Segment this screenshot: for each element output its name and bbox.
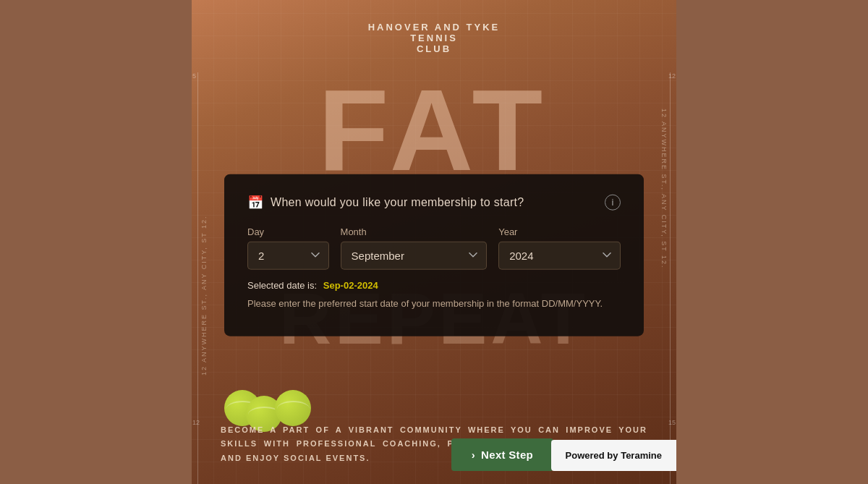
- day-field: Day 1 2 3 4 5 6 7 8 9 10 11 12 13: [247, 226, 329, 269]
- main-image-area: 5 12 12 15 12 ANYWHERE ST., ANY CITY, ST…: [192, 0, 676, 484]
- next-step-label: Next Step: [481, 449, 533, 461]
- date-selectors: Day 1 2 3 4 5 6 7 8 9 10 11 12 13: [247, 226, 621, 269]
- modal-title-row: 📅 When would you like your membership to…: [247, 194, 524, 210]
- background-left: [0, 0, 192, 484]
- selected-date-row: Selected date is: Sep-02-2024: [247, 279, 621, 290]
- corner-number-tr: 12: [668, 72, 676, 80]
- club-name-top: HANOVER AND TYKE: [192, 22, 676, 33]
- selected-label: Selected date is:: [247, 279, 317, 290]
- modal-title: When would you like your membership to s…: [271, 195, 524, 208]
- tennis-balls: [221, 390, 311, 426]
- street-text-left: 12 ANYWHERE ST., ANY CITY, ST 12.: [200, 109, 208, 375]
- club-header: HANOVER AND TYKE TENNIS CLUB: [192, 22, 676, 54]
- club-name-bottom2: TENNIS: [192, 33, 676, 43]
- next-step-arrow: ›: [472, 449, 475, 461]
- powered-by-badge: Powered by Teramine: [551, 440, 676, 471]
- page-wrapper: 5 12 12 15 12 ANYWHERE ST., ANY CITY, ST…: [0, 0, 868, 484]
- year-label: Year: [498, 226, 621, 237]
- corner-number-tl: 5: [192, 72, 196, 80]
- hint-text: Please enter the preferred start date of…: [247, 296, 621, 310]
- powered-by-prefix: Powered by: [566, 450, 618, 461]
- corner-number-bl: 12: [192, 419, 200, 426]
- month-field: Month January February March April May J…: [341, 226, 488, 269]
- selected-value: Sep-02-2024: [323, 279, 378, 290]
- fat-text: FAT: [192, 72, 676, 188]
- tennis-ball-3: [275, 390, 311, 426]
- background-right: [676, 0, 868, 484]
- day-select[interactable]: 1 2 3 4 5 6 7 8 9 10 11 12 13 14: [247, 241, 329, 269]
- membership-modal: 📅 When would you like your membership to…: [224, 174, 644, 336]
- month-label: Month: [341, 226, 488, 237]
- year-field: Year 2024 2025 2026 2027: [498, 226, 621, 269]
- day-label: Day: [247, 226, 329, 237]
- street-text-right: 12 ANYWHERE ST., ANY CITY, ST 12.: [660, 109, 668, 375]
- powered-by-brand: Teramine: [621, 450, 662, 461]
- info-icon[interactable]: i: [605, 194, 621, 210]
- corner-number-br: 15: [668, 419, 676, 426]
- month-select[interactable]: January February March April May June Ju…: [341, 241, 488, 269]
- year-select[interactable]: 2024 2025 2026 2027: [498, 241, 621, 269]
- calendar-icon: 📅: [247, 194, 263, 210]
- next-step-button[interactable]: › Next Step: [451, 438, 553, 471]
- modal-header: 📅 When would you like your membership to…: [247, 194, 621, 210]
- club-name-bottom3: CLUB: [192, 43, 676, 54]
